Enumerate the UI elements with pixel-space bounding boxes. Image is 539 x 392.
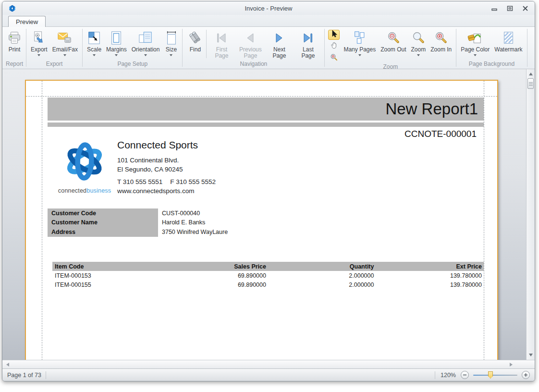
statusbar-separator [435,371,435,379]
customer-code-value: CUST-000040 [158,210,336,217]
orientation-button[interactable]: Orientation [129,28,162,60]
page-size-icon [164,29,178,47]
tab-preview-label: Preview [16,18,38,25]
company-logo-icon [55,178,114,186]
previous-page-button[interactable]: Previous Page [236,28,265,60]
zoom-out-icon [386,29,401,47]
vertical-scrollbar[interactable] [526,69,535,360]
many-pages-button[interactable]: Many Pages [341,28,378,63]
zoom-in-button[interactable]: Zoom In [428,28,454,63]
company-fax: F 310 555 5552 [170,178,216,185]
print-button[interactable]: Print [5,28,24,60]
ribbon-tab-strip: Preview [2,15,535,26]
zoom-percentage: 120% [441,372,456,379]
group-separator [527,29,527,67]
zoom-out-label: Zoom Out [380,47,406,53]
zoom-slider[interactable] [473,371,517,379]
table-row: ITEM-000155 69.890000 2.000000 139.78000… [52,281,484,290]
group-caption-export: Export [27,60,82,69]
first-page-icon [215,29,228,47]
dropdown-arrow-icon [358,54,361,56]
mouse-pointer-tool-button[interactable] [328,30,340,40]
company-phone: T 310 555 5551 [117,178,162,185]
column-header-sales-price: Sales Price [182,263,268,270]
hand-tool-button[interactable] [328,41,340,51]
email-fax-icon [57,29,73,47]
company-logo-caption: connectedbusiness [54,187,115,194]
ribbon-group-report: Print Report [3,27,25,69]
quantity-cell: 2.000000 [268,282,376,288]
orientation-icon [138,29,153,47]
thumb-grip [529,82,533,83]
watermark-button[interactable]: Watermark [492,28,525,60]
close-button[interactable] [521,5,529,12]
size-button[interactable]: Size [162,28,180,60]
restore-button[interactable] [506,5,514,12]
group-caption-page-setup: Page Setup [83,60,182,69]
top-margin-guide [26,96,497,97]
company-logo: connectedbusiness [54,140,115,194]
scroll-left-arrow-icon[interactable] [6,363,9,367]
page-color-icon [467,29,483,47]
zoom-in-label: Zoom In [430,47,452,53]
quantity-cell: 2.000000 [268,272,376,279]
status-bar: Page 1 of 73 120% [2,368,535,381]
email-fax-button[interactable]: Email/Fax [50,28,80,60]
ext-price-cell: 139.780000 [376,272,484,279]
sales-price-cell: 69.890000 [182,272,268,279]
orientation-label: Orientation [132,47,160,53]
tab-preview[interactable]: Preview [8,16,46,27]
zoom-button[interactable]: Zoom [409,28,429,63]
zoom-out-button[interactable]: Zoom Out [378,28,408,63]
find-button[interactable]: Find [184,28,206,60]
thumb-grip [529,84,533,84]
first-page-label: First Page [209,47,233,59]
find-icon [187,29,203,47]
ribbon-group-export: Export Email/Fax [27,27,82,69]
ribbon-group-page-background: Page Color [457,27,526,69]
header-divider-band [48,122,484,127]
zoom-icon [411,29,426,47]
first-page-button[interactable]: First Page [207,28,236,60]
company-address-line1: 101 Continental Blvd. [117,156,216,165]
export-button[interactable]: Export [28,28,50,60]
customer-name-value: Harold E. Banks [158,219,336,226]
table-row: ITEM-000153 69.890000 2.000000 139.78000… [52,271,484,281]
magnifier-tool-button[interactable] [328,53,340,63]
zoom-slider-thumb[interactable] [488,371,493,379]
zoom-slider-track[interactable] [473,375,517,376]
items-table-header: Item Code Sales Price Quantity Ext Price [52,262,484,271]
zoom-in-step-button[interactable] [522,371,530,379]
margins-button[interactable]: Margins [104,28,129,60]
logo-word-business: business [86,187,111,194]
vertical-scrollbar-thumb[interactable] [527,78,534,89]
button-separator [206,30,207,58]
scroll-up-arrow-icon[interactable] [529,73,533,75]
page-color-button[interactable]: Page Color [458,28,492,60]
dropdown-arrow-icon [37,54,40,56]
next-page-button[interactable]: Next Page [265,28,294,60]
report-page[interactable]: New Report1 CCNOTE-000001 connectedbusin… [25,80,498,360]
column-header-quantity: Quantity [268,263,376,270]
statusbar-separator [46,371,46,379]
last-page-button[interactable]: Last Page [294,28,322,60]
page-indicator: Page 1 of 73 [7,372,41,379]
ribbon-group-page-setup: Scale Margins [83,27,182,69]
company-name: Connected Sports [117,139,216,151]
thumb-grip [529,85,533,86]
scale-label: Scale [87,47,101,53]
find-label: Find [190,47,201,53]
margins-icon [109,29,123,47]
group-separator [456,29,456,67]
scroll-down-arrow-icon[interactable] [529,354,533,356]
sales-price-cell: 69.890000 [182,282,268,288]
zoom-out-step-button[interactable] [461,371,469,379]
scale-button[interactable]: Scale [85,28,104,60]
previous-page-icon [244,29,257,47]
scroll-right-arrow-icon[interactable] [510,363,513,367]
minimize-button[interactable] [490,5,498,12]
ribbon: Print Report Export [2,26,535,69]
company-website: www.connectedsports.com [117,186,216,196]
group-separator [26,29,26,67]
horizontal-scrollbar[interactable] [2,360,535,368]
